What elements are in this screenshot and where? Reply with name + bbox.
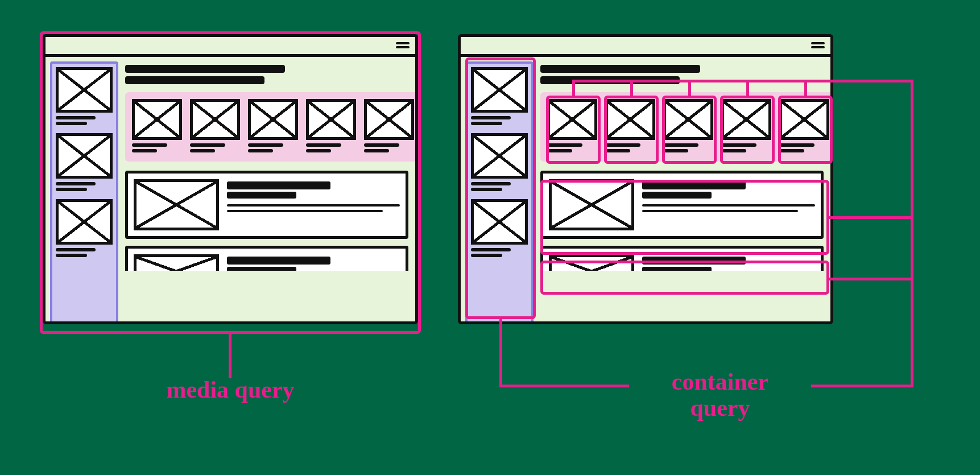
connector-line: [811, 385, 913, 387]
sidebar: [465, 61, 534, 324]
image-placeholder-icon: [134, 179, 219, 230]
text-lines: [56, 248, 113, 257]
image-placeholder-icon: [605, 99, 655, 140]
window-chrome: [46, 37, 415, 57]
image-placeholder-icon: [56, 133, 113, 179]
connector-line: [834, 80, 913, 82]
label-container-query: container query: [629, 369, 811, 421]
text-lines: [471, 248, 528, 257]
sidebar-card: [56, 133, 113, 191]
panel-media-query: [43, 34, 418, 324]
main-area: [125, 61, 415, 321]
feature-row: [125, 171, 408, 239]
carousel-card: [721, 99, 771, 155]
panel-container-query: [458, 34, 833, 324]
heading-lines: [125, 65, 415, 84]
carousel-card: [190, 99, 240, 155]
carousel-card: [547, 99, 597, 155]
image-placeholder-icon: [471, 133, 528, 179]
connector-line: [229, 334, 231, 378]
image-placeholder-icon: [364, 99, 414, 140]
window-chrome: [461, 37, 830, 57]
feature-text: [227, 254, 400, 271]
text-lines: [364, 143, 414, 152]
carousel-card: [306, 99, 356, 155]
carousel-card: [364, 99, 414, 155]
image-placeholder-icon: [190, 99, 240, 140]
panel-body: [46, 57, 415, 321]
connector-line: [911, 80, 913, 387]
text-lines: [779, 143, 829, 152]
sidebar-card: [471, 67, 528, 125]
image-placeholder-icon: [663, 99, 713, 140]
feature-row: [540, 171, 824, 239]
image-placeholder-icon: [248, 99, 298, 140]
image-placeholder-icon: [779, 99, 829, 140]
image-placeholder-icon: [547, 99, 597, 140]
feature-text: [642, 254, 815, 271]
text-lines: [471, 182, 528, 191]
connector-line: [829, 216, 913, 219]
text-lines: [605, 143, 655, 152]
carousel-card: [248, 99, 298, 155]
image-placeholder-icon: [549, 179, 634, 230]
image-placeholder-icon: [56, 199, 113, 245]
image-placeholder-icon: [134, 254, 219, 271]
feature-row-partial: [540, 246, 824, 271]
feature-text: [227, 179, 400, 230]
text-lines: [132, 143, 182, 152]
text-lines: [471, 116, 528, 125]
sidebar-card: [471, 199, 528, 257]
text-lines: [190, 143, 240, 152]
sidebar-card: [56, 199, 113, 257]
menu-icon: [811, 40, 825, 50]
text-lines: [306, 143, 356, 152]
main-area: [540, 61, 830, 321]
card-carousel: [125, 92, 418, 162]
label-media-query: media query: [145, 377, 316, 403]
text-lines: [721, 143, 771, 152]
connector-line: [499, 319, 502, 386]
heading-lines: [540, 65, 830, 84]
feature-text: [642, 179, 815, 230]
image-placeholder-icon: [471, 199, 528, 245]
image-placeholder-icon: [721, 99, 771, 140]
image-placeholder-icon: [549, 254, 634, 271]
carousel-card: [605, 99, 655, 155]
sidebar: [50, 61, 118, 324]
image-placeholder-icon: [306, 99, 356, 140]
text-lines: [56, 182, 113, 191]
connector-line: [499, 385, 629, 387]
carousel-card: [663, 99, 713, 155]
image-placeholder-icon: [471, 67, 528, 113]
panel-body: [461, 57, 830, 321]
carousel-card: [132, 99, 182, 155]
feature-row-partial: [125, 246, 408, 271]
image-placeholder-icon: [132, 99, 182, 140]
sidebar-card: [56, 67, 113, 125]
image-placeholder-icon: [56, 67, 113, 113]
text-lines: [547, 143, 597, 152]
diagram-stage: media query container query: [0, 0, 980, 475]
label-line-1: container: [672, 369, 768, 395]
connector-line: [829, 278, 913, 280]
label-line-2: query: [690, 395, 750, 421]
text-lines: [248, 143, 298, 152]
sidebar-card: [471, 133, 528, 191]
text-lines: [663, 143, 713, 152]
carousel-card: [779, 99, 829, 155]
menu-icon: [396, 40, 410, 50]
card-carousel: [540, 92, 833, 162]
text-lines: [56, 116, 113, 125]
